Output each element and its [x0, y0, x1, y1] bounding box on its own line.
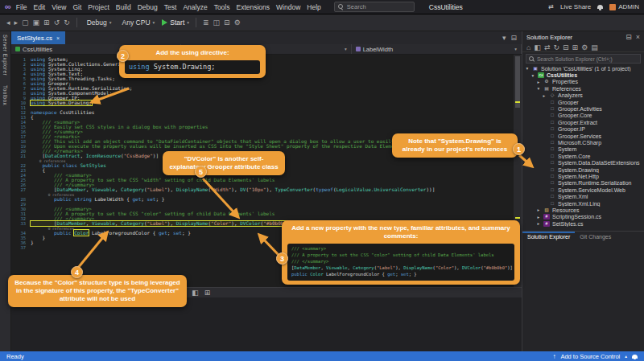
expander-icon[interactable]: ▸: [536, 207, 541, 212]
add-to-source-control-button[interactable]: Add to Source Control: [560, 353, 620, 360]
tree-item-scriptingsession-cs[interactable]: ▸#ScriptingSession.cs: [522, 214, 644, 220]
notifications-bell-icon[interactable]: [632, 353, 638, 360]
expander-icon[interactable]: ▾: [536, 86, 541, 91]
menu-extensions[interactable]: Extensions: [236, 3, 270, 11]
tree-item-microsoft-csharp[interactable]: □Microsoft.CSharp: [522, 139, 644, 146]
expander-icon[interactable]: ▸: [536, 221, 541, 226]
se-toolbar-icon[interactable]: ↻: [554, 43, 560, 51]
member-dropdown[interactable]: LabelWidth ▾: [352, 44, 522, 54]
live-share-button[interactable]: Live Share: [560, 3, 591, 10]
tree-item-label: Grooper.Services: [558, 133, 601, 139]
menu-view[interactable]: View: [52, 3, 66, 11]
menu-project[interactable]: Project: [88, 3, 109, 11]
tab-setstyles-cs[interactable]: SetStyles.cs ×: [11, 31, 65, 44]
server-explorer-vertical-tab[interactable]: Server Explorer: [2, 35, 8, 76]
tree-item-system-drawing[interactable]: □System.Drawing: [522, 166, 644, 173]
callout-references-note: Note that "System.Drawing" is already in…: [392, 133, 518, 158]
tree-item-cssutilities[interactable]: ▾C#CssUtilities: [522, 72, 644, 78]
tree-item-system-core[interactable]: □System.Core: [522, 153, 644, 159]
tree-item-grooper[interactable]: □Grooper: [522, 99, 644, 105]
tabstrip-icon[interactable]: ▾: [502, 34, 506, 42]
member-icon: [356, 47, 361, 51]
menu-test[interactable]: Test: [164, 3, 177, 11]
toolbar-icon[interactable]: ▸: [14, 18, 19, 27]
tree-item-resources[interactable]: ▸▧Resources: [522, 207, 644, 213]
menu-debug[interactable]: Debug: [138, 3, 158, 11]
tree-item-references[interactable]: ▾▤References: [522, 85, 644, 92]
tree-item-grooper-services[interactable]: □Grooper.Services: [522, 133, 644, 139]
toolbar-icon[interactable]: ◫: [213, 18, 221, 27]
toolbar-icon[interactable]: ▣: [33, 18, 40, 27]
user-account-button[interactable]: ADMIN: [609, 3, 639, 10]
tree-item-system-net-http[interactable]: □System.Net.Http: [522, 173, 644, 179]
se-toolbar-icon[interactable]: ▤: [591, 43, 598, 51]
se-header-icon[interactable]: ⊟: [625, 33, 632, 41]
menu-tools[interactable]: Tools: [214, 3, 230, 11]
toolbar-icon[interactable]: ⊟: [224, 18, 230, 27]
menu-analyze[interactable]: Analyze: [183, 3, 207, 11]
se-toolbar-icon[interactable]: ⊟: [563, 43, 569, 51]
se-toolbar-icon[interactable]: ⇄: [544, 43, 551, 51]
tree-item-system[interactable]: □System: [522, 146, 644, 153]
scrollbar-thumb[interactable]: [515, 56, 520, 108]
tab-solution-explorer[interactable]: Solution Explorer: [522, 232, 575, 242]
menu-file[interactable]: File: [16, 3, 27, 11]
menu-edit[interactable]: Edit: [34, 3, 46, 11]
code-line: /// A property to set the CSS "color" se…: [291, 252, 510, 259]
assembly-icon: □: [549, 174, 555, 179]
menu-git[interactable]: Git: [72, 3, 81, 11]
tree-item-system-runtime-serialization[interactable]: □System.Runtime.Serialization: [522, 180, 644, 187]
tree-item-system-servicemodel-web[interactable]: □System.ServiceModel.Web: [522, 187, 644, 193]
tree-item-system-xml[interactable]: □System.Xml: [522, 193, 644, 199]
expander-icon[interactable]: ▾: [530, 73, 535, 78]
menu-window[interactable]: Window: [276, 3, 300, 11]
tree-item-grooper-extract[interactable]: □Grooper.Extract: [522, 119, 644, 125]
notifications-bell-icon[interactable]: [597, 3, 603, 10]
expander-icon[interactable]: ▸: [536, 80, 541, 84]
tree-item-analyzers[interactable]: ▸◇Analyzers: [522, 92, 644, 99]
tabstrip-icon[interactable]: ⊟: [510, 34, 517, 42]
tree-item-setstyles-cs[interactable]: ▸#SetStyles.cs: [522, 220, 644, 227]
toolbar-icon[interactable]: ▢: [22, 18, 29, 27]
panel-icon[interactable]: ◧: [192, 289, 199, 297]
menu-help[interactable]: Help: [307, 3, 320, 11]
callout-title: Add a new property with the new type, fa…: [287, 224, 514, 240]
toolbar-icon[interactable]: ◂: [6, 18, 10, 27]
solution-config-dropdown[interactable]: Debug ▾: [84, 18, 115, 27]
code-text: public Color LabelForegroundColor { get;…: [31, 231, 191, 236]
toolbar-icon[interactable]: ⚙: [234, 18, 241, 27]
expander-icon[interactable]: ▸: [542, 93, 547, 98]
platform-dropdown[interactable]: Any CPU ▾: [119, 18, 159, 27]
toolbox-vertical-tab[interactable]: Toolbox: [2, 85, 8, 105]
tree-item-system-data-datasetextensions[interactable]: □System.Data.DataSetExtensions: [522, 159, 644, 166]
se-toolbar-icon[interactable]: ⚙: [581, 43, 588, 51]
se-toolbar-icon[interactable]: ⊞: [572, 43, 579, 51]
toolbar-icon[interactable]: ⊞: [43, 18, 50, 27]
expander-icon[interactable]: ▾: [525, 66, 530, 71]
tree-item-properties[interactable]: ▸⚙Properties: [522, 79, 644, 85]
code-text: /// </summary>: [291, 259, 328, 264]
tree-item-solution-cssutilities-1-of-1-project-[interactable]: ▾▣Solution 'CssUtilities' (1 of 1 projec…: [522, 65, 644, 72]
se-toolbar-icon[interactable]: ⌂: [526, 43, 530, 51]
toolbar-icon[interactable]: ↻: [64, 18, 70, 27]
se-toolbar-icon[interactable]: ◧: [534, 43, 541, 51]
toolbar-icon[interactable]: ↺: [54, 18, 60, 27]
tree-item-grooper-ip[interactable]: □Grooper.IP: [522, 126, 644, 133]
tree-item-grooper-core[interactable]: □Grooper.Core: [522, 113, 644, 119]
callout-add-using-directive: Add the using directive: using System.Dr…: [119, 45, 266, 78]
solution-explorer-search[interactable]: Search Solution Explorer (Ctrl+;): [526, 54, 641, 64]
close-icon[interactable]: ×: [56, 35, 60, 41]
callout-step-4-badge: 4: [71, 266, 83, 278]
toolbar-icon[interactable]: ≣: [203, 18, 209, 27]
se-header-icon[interactable]: ×: [636, 33, 640, 41]
start-debug-button[interactable]: Start ▾: [162, 18, 189, 27]
tree-item-system-xml-linq[interactable]: □System.Xml.Linq: [522, 200, 644, 207]
tree-item-grooper-activities[interactable]: □Grooper.Activities: [522, 105, 644, 112]
panel-icon[interactable]: ⊞: [204, 289, 211, 297]
menu-build[interactable]: Build: [116, 3, 131, 11]
tab-git-changes[interactable]: Git Changes: [575, 232, 616, 242]
global-search-box[interactable]: Search: [334, 2, 415, 12]
expander-icon[interactable]: ▸: [536, 215, 541, 219]
code-text: using System.Drawing;: [129, 63, 215, 71]
analyzers-icon: ◇: [549, 92, 555, 98]
